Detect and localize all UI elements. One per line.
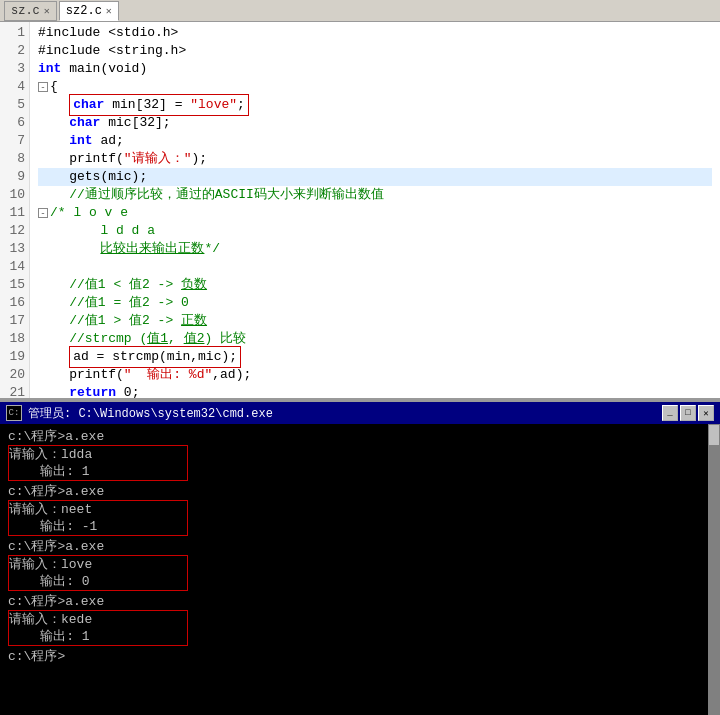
cmd-title-left: C: 管理员: C:\Windows\system32\cmd.exe [6, 405, 273, 422]
code-line-15: //值1 < 值2 -> 负数 [38, 276, 712, 294]
cmd-window-buttons: _ □ ✕ [662, 405, 714, 421]
cmd-result-block-3: 请输入：love 输出: 0 [8, 555, 188, 591]
cmd-close-button[interactable]: ✕ [698, 405, 714, 421]
cmd-block-2-input: 请输入：neet [9, 501, 187, 518]
cmd-block-3-input: 请输入：love [9, 556, 187, 573]
tab-bar: sz.c ✕ sz2.c ✕ [0, 0, 720, 22]
code-line-10: //通过顺序比较，通过的ASCII码大小来判断输出数值 [38, 186, 712, 204]
tab-sz2-c-label: sz2.c [66, 4, 102, 18]
cmd-window-icon: C: [6, 405, 22, 421]
code-line-2: #include <string.h> [38, 42, 712, 60]
code-line-1: #include <stdio.h> [38, 24, 712, 42]
line-numbers: 1 2 3 4 5 6 7 8 9 10 11 12 13 14 15 16 1… [0, 22, 30, 398]
fold-icon-11[interactable]: - [38, 208, 48, 218]
cmd-prompt-final: c:\程序> [8, 648, 712, 665]
code-line-20: printf(" 输出: %d",ad); [38, 366, 712, 384]
cmd-result-block-4: 请输入：kede 输出: 1 [8, 610, 188, 646]
code-line-5: char min[32] = "love"; [38, 96, 712, 114]
cmd-path-line-2: c:\程序>a.exe [8, 483, 712, 500]
tab-sz2-c-close[interactable]: ✕ [106, 5, 112, 17]
cmd-block-1-output: 输出: 1 [9, 463, 187, 480]
cmd-scrollbar[interactable] [708, 424, 720, 715]
cmd-intro-line: c:\程序>a.exe [8, 428, 712, 445]
code-line-16: //值1 = 值2 -> 0 [38, 294, 712, 312]
editor-container: sz.c ✕ sz2.c ✕ 1 2 3 4 5 6 7 8 9 10 11 1… [0, 0, 720, 400]
cmd-title-text: 管理员: C:\Windows\system32\cmd.exe [28, 405, 273, 422]
code-line-6: char mic[32]; [38, 114, 712, 132]
code-line-3: int main(void) [38, 60, 712, 78]
cmd-minimize-button[interactable]: _ [662, 405, 678, 421]
tab-sz-c[interactable]: sz.c ✕ [4, 1, 57, 21]
code-line-21: return 0; [38, 384, 712, 398]
tab-sz-c-label: sz.c [11, 4, 40, 18]
cmd-container: C: 管理员: C:\Windows\system32\cmd.exe _ □ … [0, 400, 720, 715]
code-line-19: ad = strcmp(min,mic); [38, 348, 712, 366]
tab-sz2-c[interactable]: sz2.c ✕ [59, 1, 119, 21]
fold-icon-4[interactable]: - [38, 82, 48, 92]
cmd-scrollbar-thumb[interactable] [709, 425, 719, 445]
cmd-block-2-output: 输出: -1 [9, 518, 187, 535]
cmd-body[interactable]: c:\程序>a.exe 请输入：ldda 输出: 1 c:\程序>a.exe 请… [0, 424, 720, 715]
cmd-block-1-input: 请输入：ldda [9, 446, 187, 463]
cmd-block-4-output: 输出: 1 [9, 628, 187, 645]
cmd-result-block-2: 请输入：neet 输出: -1 [8, 500, 188, 536]
code-line-17: //值1 > 值2 -> 正数 [38, 312, 712, 330]
code-lines: #include <stdio.h> #include <string.h> i… [30, 22, 720, 398]
code-area: 1 2 3 4 5 6 7 8 9 10 11 12 13 14 15 16 1… [0, 22, 720, 398]
code-line-7: int ad; [38, 132, 712, 150]
code-line-9: gets(mic); [38, 168, 712, 186]
cmd-path-line-3: c:\程序>a.exe [8, 538, 712, 555]
cmd-block-3-output: 输出: 0 [9, 573, 187, 590]
cmd-result-block-1: 请输入：ldda 输出: 1 [8, 445, 188, 481]
code-line-14 [38, 258, 712, 276]
cmd-title-bar: C: 管理员: C:\Windows\system32\cmd.exe _ □ … [0, 402, 720, 424]
tab-sz-c-close[interactable]: ✕ [44, 5, 50, 17]
code-line-12: l d d a [38, 222, 712, 240]
cmd-path-line-4: c:\程序>a.exe [8, 593, 712, 610]
code-line-8: printf("请输入："); [38, 150, 712, 168]
code-line-13: 比较出来输出正数*/ [38, 240, 712, 258]
cmd-block-4-input: 请输入：kede [9, 611, 187, 628]
cmd-maximize-button[interactable]: □ [680, 405, 696, 421]
code-line-11: -/* l o v e [38, 204, 712, 222]
